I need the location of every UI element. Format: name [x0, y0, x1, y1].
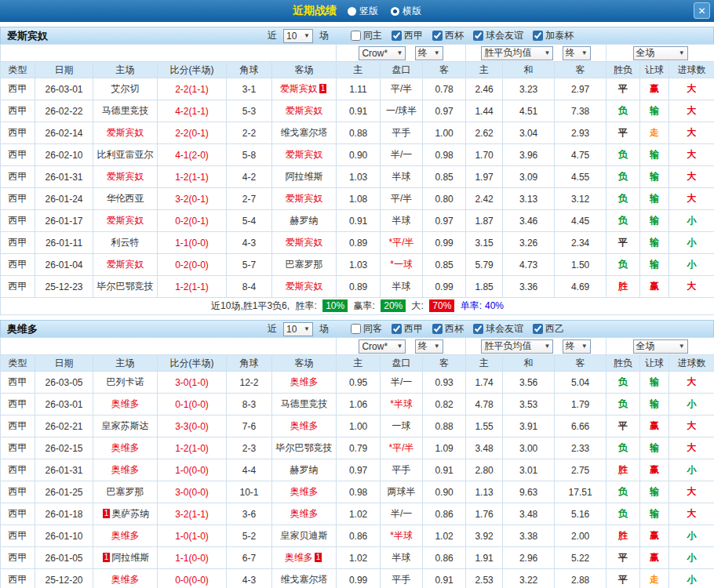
handicap-time-select[interactable]: 终▼	[415, 339, 443, 354]
league-cell: 西甲	[1, 437, 35, 459]
home-team-name: 毕尔巴鄂竞技	[97, 281, 154, 292]
corners-cell: 3-6	[227, 503, 272, 525]
result-cell: 负	[607, 166, 640, 188]
scope-select[interactable]: 全场▼	[633, 339, 688, 354]
europe-odds-select[interactable]: 胜平负均值▼	[481, 339, 553, 354]
europe-draw-odds-cell: 3.91	[503, 416, 555, 437]
handicap-line-cell: 半/一	[381, 503, 423, 525]
filter-checkbox-3[interactable]: 球会友谊	[473, 29, 523, 42]
europe-home-odds-cell: 1.87	[466, 210, 503, 232]
europe-draw-odds-cell: 2.96	[503, 547, 555, 569]
handicap-home-odds-cell: 0.88	[337, 122, 381, 144]
date-cell: 26-01-24	[35, 188, 93, 210]
recent-count-select[interactable]: 10 ▼	[283, 322, 313, 336]
recent-count-select[interactable]: 10 ▼	[283, 29, 313, 43]
europe-away-odds-cell: 6.66	[555, 416, 607, 437]
checkbox-input[interactable]	[533, 324, 543, 334]
europe-home-odds-cell: 1.44	[466, 100, 503, 122]
checkbox-input[interactable]	[432, 31, 443, 41]
europe-home-odds-cell: 2.80	[466, 459, 503, 481]
date-cell: 26-01-10	[35, 525, 93, 547]
checkbox-input[interactable]	[351, 324, 361, 334]
filter-checkbox-3[interactable]: 球会友谊	[473, 322, 523, 336]
result-cell: 负	[607, 188, 640, 210]
date-cell: 26-02-14	[35, 122, 93, 144]
league-cell: 西甲	[1, 166, 35, 188]
odd-rate-value: 40%	[485, 300, 504, 311]
league-cell: 西甲	[1, 547, 35, 569]
filter-checkbox-4[interactable]: 加泰杯	[533, 29, 574, 42]
handicap-time-select[interactable]: 终▼	[415, 46, 443, 60]
col-header-score: 比分(半场)	[158, 62, 227, 78]
handicap-away-odds-cell: 1.09	[423, 437, 466, 459]
bookmaker-select[interactable]: Crow*▼	[359, 339, 406, 354]
europe-draw-odds-cell: 3.22	[503, 569, 555, 588]
checkbox-input[interactable]	[533, 31, 543, 41]
filter-checkbox-1[interactable]: 西甲	[392, 322, 423, 336]
home-team-name: 艾尔切	[111, 83, 140, 94]
col-header-away: 客场	[272, 62, 337, 78]
close-icon: ✕	[698, 5, 705, 16]
layout-option-vertical[interactable]: 竖版	[348, 5, 378, 18]
score-cell: 0-2(0-0)	[158, 254, 227, 276]
handicap-line-cell: 半球	[381, 547, 423, 569]
handicap-home-odds-cell: 0.98	[337, 481, 381, 503]
europe-draw-odds-cell: 3.38	[503, 525, 555, 547]
handicap-rate-badge: 20%	[381, 299, 406, 312]
europe-time-select[interactable]: 终▼	[563, 46, 591, 60]
home-team-cell: 爱斯宾奴	[93, 254, 158, 276]
europe-home-odds-cell: 3.15	[466, 232, 503, 254]
matches-label: 场	[319, 29, 329, 42]
handicap-line-cell: 两球半	[381, 481, 423, 503]
checkbox-input[interactable]	[392, 324, 402, 334]
home-team-name: 皇家苏斯达	[102, 420, 149, 431]
chevron-down-icon: ▼	[396, 49, 403, 56]
league-cell: 西甲	[1, 481, 35, 503]
col-header-eu-home: 主	[466, 355, 503, 372]
team-section-espanyol: 爱斯宾奴 近 10 ▼ 场 同主西甲西杯球会友谊加泰杯 Crow*▼ 终▼	[0, 27, 714, 315]
checkbox-input[interactable]	[351, 31, 361, 41]
home-team-name: 爱斯宾奴	[107, 215, 144, 226]
league-cell: 西甲	[1, 394, 35, 416]
handicap-result-cell: 走	[640, 569, 669, 588]
col-header-score: 比分(半场)	[158, 355, 227, 372]
checkbox-label: 球会友谊	[486, 322, 523, 336]
handicap-result-cell: 输	[640, 372, 669, 394]
europe-draw-odds-cell: 4.73	[503, 254, 555, 276]
layout-option-horizontal[interactable]: 横版	[391, 5, 421, 18]
checkbox-input[interactable]	[392, 31, 402, 41]
away-team-name: 爱斯宾奴	[280, 83, 318, 94]
home-team-name: 爱斯宾奴	[107, 127, 144, 138]
checkbox-input[interactable]	[432, 324, 443, 334]
filter-checkbox-0[interactable]: 同客	[351, 322, 382, 336]
col-header-home: 主场	[93, 355, 158, 372]
away-team-name: 爱斯宾奴	[286, 149, 323, 160]
goals-cell: 大	[669, 166, 714, 188]
scope-select[interactable]: 全场▼	[633, 46, 688, 60]
filter-checkbox-0[interactable]: 同主	[351, 29, 382, 42]
date-cell: 26-01-31	[35, 166, 93, 188]
bookmaker-value: Crow*	[362, 341, 388, 352]
corners-cell: 8-3	[227, 394, 272, 416]
chevron-down-icon: ▼	[434, 343, 440, 350]
filter-checkbox-1[interactable]: 西甲	[392, 29, 423, 42]
checkbox-input[interactable]	[473, 324, 483, 334]
home-team-name: 奥维多	[111, 530, 140, 541]
filter-checkbox-4[interactable]: 西乙	[533, 322, 564, 336]
result-cell: 平	[607, 547, 640, 569]
filter-checkbox-2[interactable]: 西杯	[432, 322, 464, 336]
away-team-cell: 巴塞罗那	[272, 254, 337, 276]
checkbox-input[interactable]	[473, 31, 483, 41]
match-row: 西甲26-02-10比利亚雷亚尔4-1(2-0)5-8爱斯宾奴0.90半/一0.…	[1, 144, 714, 166]
corners-cell: 10-1	[227, 481, 272, 503]
europe-odds-select[interactable]: 胜平负均值▼	[481, 46, 553, 60]
summary-cell: 近10场,胜1平3负6, 胜率: 10% 赢率: 20% 大: 70% 单率:4…	[1, 298, 714, 315]
europe-time-select[interactable]: 终▼	[563, 339, 591, 354]
match-row: 西甲26-01-31爱斯宾奴1-2(1-1)4-2阿拉维斯1.03半球0.851…	[1, 166, 714, 188]
filter-checkbox-2[interactable]: 西杯	[432, 29, 464, 42]
bookmaker-select[interactable]: Crow*▼	[359, 46, 406, 60]
close-button[interactable]: ✕	[694, 2, 710, 19]
europe-draw-odds-cell: 3.00	[503, 437, 555, 459]
column-header-row: 类型 日期 主场 比分(半场) 角球 客场 主 盘口 客 主 和 客 胜负 让球…	[1, 355, 714, 372]
col-header-eu-draw: 和	[503, 62, 555, 78]
